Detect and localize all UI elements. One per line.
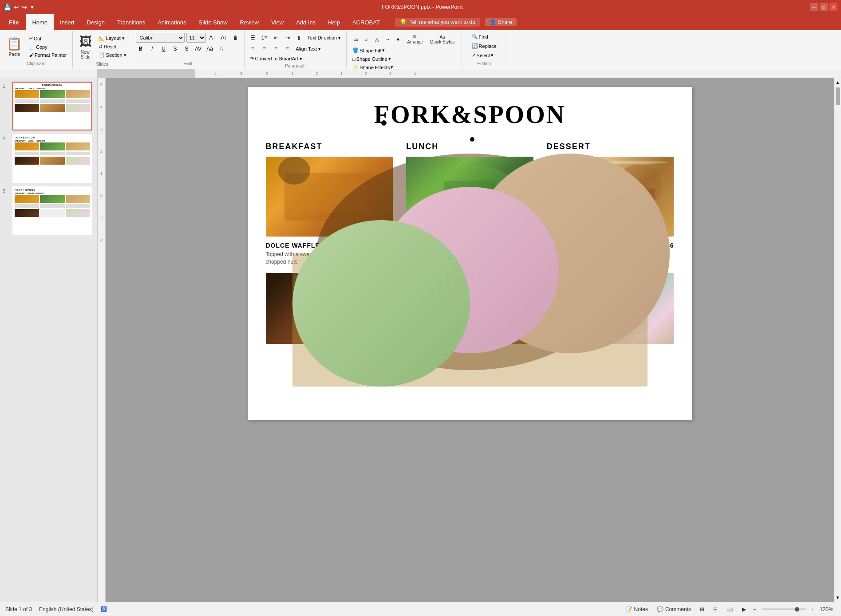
tab-help[interactable]: Help [322, 14, 346, 30]
reset-btn[interactable]: ↺ Reset [97, 43, 128, 51]
tab-addins[interactable]: Add-ins [290, 14, 322, 30]
ribbon-tabs: File Home Insert Design Transitions Anim… [0, 14, 841, 30]
zoom-out-btn[interactable]: − [753, 606, 756, 612]
bullets-btn[interactable]: ☰ [248, 33, 258, 43]
zoom-slider-container[interactable] [762, 608, 806, 610]
close-btn[interactable]: ✕ [829, 3, 837, 11]
tab-slideshow[interactable]: Slide Show [193, 14, 234, 30]
redo-icon[interactable]: ↪ [22, 4, 27, 11]
tab-view[interactable]: View [265, 14, 290, 30]
notes-btn[interactable]: 📝 Notes [624, 605, 650, 613]
customize-icon[interactable]: ▼ [30, 4, 35, 10]
new-slide-btn[interactable]: 🖼 NewSlide [76, 33, 95, 61]
right-scrollbar[interactable]: ▲ ▼ [834, 78, 841, 602]
font-color-btn[interactable]: A [217, 44, 226, 54]
slide-thumbnail-2[interactable]: 2 FORK&SPOON BREAKFAST LUNCH DESSERT [3, 134, 95, 183]
slide-thumbnail-3[interactable]: 3 FORK&SPOON BREAKFAST LUNCH DESSERT [3, 186, 95, 235]
slide-canvas: FORK&SPOON BREAKFAST DOLCE WAFFLES $ [248, 87, 692, 420]
find-btn[interactable]: 🔍 Find [470, 33, 490, 40]
shape-outline-btn[interactable]: □ Shape Outline ▾ [351, 55, 392, 63]
decrease-indent-btn[interactable]: ⇤ [271, 33, 281, 43]
tab-insert[interactable]: Insert [54, 14, 81, 30]
slide-thumb-img-1[interactable]: FORK&SPOON BREAKFAST LUNCH DESSERT [12, 82, 92, 130]
decrease-font-btn[interactable]: A↓ [219, 33, 229, 43]
align-right-btn[interactable]: ≡ [271, 44, 281, 54]
tab-transitions[interactable]: Transitions [111, 14, 151, 30]
quick-styles-btn[interactable]: Aa Quick Styles [427, 33, 458, 46]
scroll-down-btn[interactable]: ▼ [835, 594, 841, 601]
increase-font-btn[interactable]: A↑ [208, 33, 217, 43]
tab-animations[interactable]: Animations [151, 14, 192, 30]
scroll-thumb[interactable] [836, 87, 840, 105]
char-spacing-btn[interactable]: AV [193, 44, 203, 54]
tab-review[interactable]: Review [234, 14, 265, 30]
text-direction-btn[interactable]: Text Direction ▾ [306, 34, 343, 42]
shape-arrow-btn[interactable]: → [383, 35, 392, 44]
title-bar: 💾 ↩ ↪ ▼ FORK&SPOON.pptx - PowerPoint ─ □… [0, 0, 841, 14]
paste-btn[interactable]: 📋 Paste [4, 35, 25, 58]
share-btn[interactable]: 👤 Share [485, 18, 517, 26]
copy-btn[interactable]: 📄 Copy [27, 43, 69, 51]
columns-btn[interactable]: ⫿ [294, 33, 304, 43]
font-name-select[interactable]: Calibri [136, 33, 185, 43]
shape-ellipse-btn[interactable]: ○ [361, 35, 371, 44]
justify-btn[interactable]: ≡ [283, 44, 292, 54]
window-controls[interactable]: ─ □ ✕ [810, 3, 837, 11]
minimize-btn[interactable]: ─ [810, 3, 818, 11]
replace-btn[interactable]: 🔄 Replace [470, 42, 498, 50]
align-left-btn[interactable]: ≡ [248, 44, 258, 54]
font-size-select[interactable]: 11 [186, 33, 206, 43]
new-slide-icon: 🖼 [79, 34, 92, 49]
select-btn[interactable]: ↗ Select ▾ [470, 51, 496, 59]
slide-title[interactable]: FORK&SPOON [266, 100, 674, 129]
underline-btn[interactable]: U [159, 44, 169, 54]
restore-btn[interactable]: □ [820, 3, 828, 11]
language-indicator: English (United States) [39, 606, 94, 612]
tab-acrobat[interactable]: ACROBAT [346, 14, 386, 30]
clear-format-btn[interactable]: 🗑 [231, 33, 241, 43]
align-text-btn[interactable]: Align Text ▾ [294, 45, 323, 53]
zoom-thumb[interactable] [795, 607, 799, 612]
comments-btn[interactable]: 💬 Comments [655, 605, 693, 613]
scroll-up-btn[interactable]: ▲ [835, 79, 841, 86]
canvas-area[interactable]: FORK&SPOON BREAKFAST DOLCE WAFFLES $ [106, 78, 834, 602]
quick-access-toolbar[interactable]: 💾 ↩ ↪ ▼ [4, 4, 35, 11]
slide-thumb-img-2[interactable]: FORK&SPOON BREAKFAST LUNCH DESSERT [12, 134, 92, 183]
tab-file[interactable]: File [2, 14, 26, 30]
shape-fill-btn[interactable]: 🪣 Shape Fill ▾ [351, 47, 387, 54]
shape-rect-btn[interactable]: ▭ [351, 35, 360, 44]
accessibility-btn[interactable]: ♿ [101, 606, 107, 612]
tab-design[interactable]: Design [81, 14, 111, 30]
share-icon: 👤 [490, 19, 496, 25]
increase-indent-btn[interactable]: ⇥ [283, 33, 292, 43]
arrange-btn[interactable]: ⧉ Arrange [404, 33, 426, 46]
change-case-btn[interactable]: Aa [205, 44, 215, 54]
save-icon[interactable]: 💾 [4, 4, 11, 11]
layout-btn[interactable]: 📐 Layout ▾ [97, 35, 128, 42]
undo-icon[interactable]: ↩ [14, 4, 19, 11]
section-btn[interactable]: 📑 Section ▾ [97, 51, 128, 59]
italic-btn[interactable]: I [147, 44, 157, 54]
view-slideshow-btn[interactable]: ▶ [740, 605, 748, 613]
view-normal-btn[interactable]: ⊞ [698, 605, 706, 613]
tell-me-box[interactable]: 💡 Tell me what you want to do [395, 18, 480, 27]
shape-triangle-btn[interactable]: △ [372, 35, 382, 44]
slide-thumb-img-3[interactable]: FORK&SPOON BREAKFAST LUNCH DESSERT [12, 186, 92, 235]
cut-btn[interactable]: ✂ Cut [27, 35, 69, 42]
bold-btn[interactable]: B [136, 44, 146, 54]
view-sorter-btn[interactable]: ⊟ [711, 605, 719, 613]
shadow-btn[interactable]: S [182, 44, 192, 54]
align-center-btn[interactable]: ≡ [260, 44, 269, 54]
ribbon-content: 📋 Paste ✂ Cut 📄 Copy 🖌 Format Painter Cl… [0, 30, 841, 69]
convert-smartart-btn[interactable]: ↷ Convert to SmartArt ▾ [248, 55, 304, 63]
slide-thumbnail-1[interactable]: 1 FORK&SPOON BREAKFAST LUNCH DESSERT [3, 82, 95, 130]
shapes-more-btn[interactable]: ▾ [393, 35, 403, 44]
view-reading-btn[interactable]: 📖 [725, 605, 735, 613]
strikethrough-btn[interactable]: S [170, 44, 180, 54]
tab-home[interactable]: Home [26, 14, 54, 30]
numbering-btn[interactable]: 1≡ [260, 33, 269, 43]
lunch-title: LUNCH [406, 142, 533, 151]
format-painter-btn[interactable]: 🖌 Format Painter [27, 51, 69, 59]
zoom-level[interactable]: 120% [820, 606, 836, 612]
zoom-in-btn[interactable]: + [811, 606, 814, 612]
